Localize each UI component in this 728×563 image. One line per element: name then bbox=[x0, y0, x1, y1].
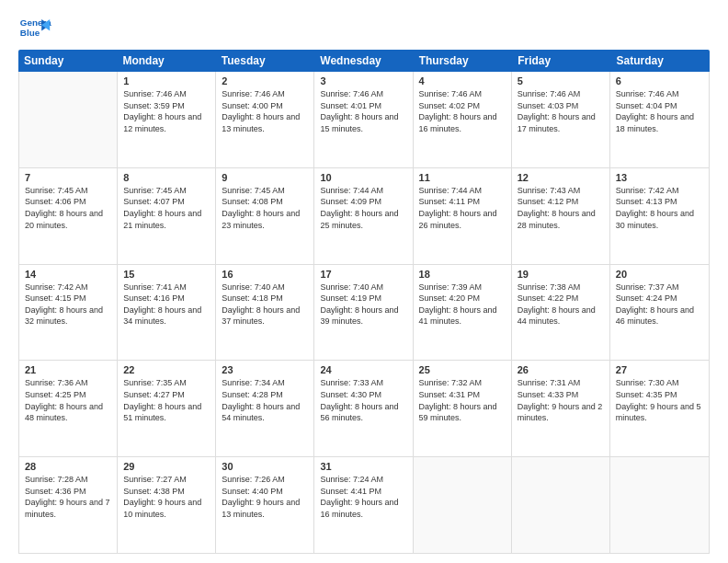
calendar-cell: 14Sunrise: 7:42 AMSunset: 4:15 PMDayligh… bbox=[19, 265, 118, 361]
calendar-cell bbox=[19, 72, 118, 167]
day-number: 25 bbox=[419, 364, 506, 375]
calendar-cell bbox=[610, 457, 709, 553]
calendar-cell: 27Sunrise: 7:30 AMSunset: 4:35 PMDayligh… bbox=[610, 361, 709, 456]
calendar-header: SundayMondayTuesdayWednesdayThursdayFrid… bbox=[18, 50, 710, 72]
cell-info: Sunrise: 7:46 AMSunset: 4:00 PMDaylight:… bbox=[222, 88, 308, 134]
calendar-page: General Blue SundayMondayTuesdayWednesda… bbox=[0, 0, 728, 563]
day-number: 24 bbox=[320, 364, 406, 375]
cell-info: Sunrise: 7:32 AMSunset: 4:31 PMDaylight:… bbox=[419, 377, 506, 423]
header: General Blue bbox=[18, 15, 710, 40]
day-number: 6 bbox=[616, 75, 703, 86]
day-number: 27 bbox=[616, 364, 703, 375]
cell-info: Sunrise: 7:41 AMSunset: 4:16 PMDaylight:… bbox=[123, 282, 210, 327]
calendar-body: 1Sunrise: 7:46 AMSunset: 3:59 PMDaylight… bbox=[18, 72, 710, 554]
cell-info: Sunrise: 7:44 AMSunset: 4:09 PMDaylight:… bbox=[320, 185, 406, 231]
day-number: 8 bbox=[123, 172, 210, 183]
weekday-header: Sunday bbox=[18, 50, 117, 72]
cell-info: Sunrise: 7:42 AMSunset: 4:15 PMDaylight:… bbox=[25, 282, 111, 327]
calendar-cell: 28Sunrise: 7:28 AMSunset: 4:36 PMDayligh… bbox=[19, 457, 118, 553]
logo-icon: General Blue bbox=[18, 15, 51, 40]
calendar-cell: 11Sunrise: 7:44 AMSunset: 4:11 PMDayligh… bbox=[414, 168, 512, 264]
cell-info: Sunrise: 7:45 AMSunset: 4:08 PMDaylight:… bbox=[222, 185, 308, 231]
day-number: 14 bbox=[25, 269, 111, 280]
day-number: 11 bbox=[419, 172, 506, 183]
calendar-cell: 5Sunrise: 7:46 AMSunset: 4:03 PMDaylight… bbox=[512, 72, 610, 167]
calendar-cell: 20Sunrise: 7:37 AMSunset: 4:24 PMDayligh… bbox=[610, 265, 709, 361]
cell-info: Sunrise: 7:46 AMSunset: 4:04 PMDaylight:… bbox=[616, 88, 703, 134]
cell-info: Sunrise: 7:28 AMSunset: 4:36 PMDaylight:… bbox=[25, 474, 111, 520]
calendar-cell: 7Sunrise: 7:45 AMSunset: 4:06 PMDaylight… bbox=[19, 168, 118, 264]
day-number: 21 bbox=[25, 364, 111, 375]
calendar: SundayMondayTuesdayWednesdayThursdayFrid… bbox=[18, 50, 710, 554]
calendar-cell: 16Sunrise: 7:40 AMSunset: 4:18 PMDayligh… bbox=[216, 265, 314, 361]
day-number: 20 bbox=[616, 269, 703, 280]
day-number: 29 bbox=[123, 461, 210, 472]
day-number: 30 bbox=[222, 461, 308, 472]
calendar-cell: 13Sunrise: 7:42 AMSunset: 4:13 PMDayligh… bbox=[610, 168, 709, 264]
weekday-header: Thursday bbox=[414, 50, 512, 72]
weekday-header: Wednesday bbox=[314, 50, 413, 72]
cell-info: Sunrise: 7:40 AMSunset: 4:18 PMDaylight:… bbox=[222, 282, 308, 327]
day-number: 2 bbox=[222, 75, 308, 86]
weekday-header: Friday bbox=[512, 50, 610, 72]
calendar-cell: 19Sunrise: 7:38 AMSunset: 4:22 PMDayligh… bbox=[512, 265, 610, 361]
cell-info: Sunrise: 7:42 AMSunset: 4:13 PMDaylight:… bbox=[616, 185, 703, 231]
cell-info: Sunrise: 7:39 AMSunset: 4:20 PMDaylight:… bbox=[419, 282, 506, 327]
calendar-cell: 17Sunrise: 7:40 AMSunset: 4:19 PMDayligh… bbox=[314, 265, 413, 361]
calendar-cell: 24Sunrise: 7:33 AMSunset: 4:30 PMDayligh… bbox=[314, 361, 413, 456]
cell-info: Sunrise: 7:31 AMSunset: 4:33 PMDaylight:… bbox=[518, 377, 604, 423]
day-number: 10 bbox=[320, 172, 406, 183]
calendar-cell: 4Sunrise: 7:46 AMSunset: 4:02 PMDaylight… bbox=[414, 72, 512, 167]
calendar-cell bbox=[414, 457, 512, 553]
cell-info: Sunrise: 7:24 AMSunset: 4:41 PMDaylight:… bbox=[320, 474, 406, 520]
cell-info: Sunrise: 7:45 AMSunset: 4:07 PMDaylight:… bbox=[123, 185, 210, 231]
cell-info: Sunrise: 7:33 AMSunset: 4:30 PMDaylight:… bbox=[320, 377, 406, 423]
weekday-header: Monday bbox=[117, 50, 215, 72]
day-number: 3 bbox=[320, 75, 406, 86]
cell-info: Sunrise: 7:46 AMSunset: 3:59 PMDaylight:… bbox=[123, 88, 210, 134]
day-number: 9 bbox=[222, 172, 308, 183]
cell-info: Sunrise: 7:27 AMSunset: 4:38 PMDaylight:… bbox=[123, 474, 210, 520]
calendar-cell: 30Sunrise: 7:26 AMSunset: 4:40 PMDayligh… bbox=[216, 457, 314, 553]
cell-info: Sunrise: 7:35 AMSunset: 4:27 PMDaylight:… bbox=[123, 377, 210, 423]
calendar-cell: 15Sunrise: 7:41 AMSunset: 4:16 PMDayligh… bbox=[118, 265, 216, 361]
weekday-header: Saturday bbox=[611, 50, 710, 72]
calendar-cell: 2Sunrise: 7:46 AMSunset: 4:00 PMDaylight… bbox=[216, 72, 314, 167]
day-number: 28 bbox=[25, 461, 111, 472]
day-number: 15 bbox=[123, 269, 210, 280]
day-number: 19 bbox=[518, 269, 604, 280]
day-number: 13 bbox=[616, 172, 703, 183]
day-number: 23 bbox=[222, 364, 308, 375]
cell-info: Sunrise: 7:34 AMSunset: 4:28 PMDaylight:… bbox=[222, 377, 308, 423]
day-number: 17 bbox=[320, 269, 406, 280]
calendar-cell: 6Sunrise: 7:46 AMSunset: 4:04 PMDaylight… bbox=[610, 72, 709, 167]
calendar-cell: 25Sunrise: 7:32 AMSunset: 4:31 PMDayligh… bbox=[414, 361, 512, 456]
calendar-cell: 22Sunrise: 7:35 AMSunset: 4:27 PMDayligh… bbox=[118, 361, 216, 456]
day-number: 22 bbox=[123, 364, 210, 375]
calendar-cell: 3Sunrise: 7:46 AMSunset: 4:01 PMDaylight… bbox=[314, 72, 413, 167]
calendar-cell: 8Sunrise: 7:45 AMSunset: 4:07 PMDaylight… bbox=[118, 168, 216, 264]
cell-info: Sunrise: 7:43 AMSunset: 4:12 PMDaylight:… bbox=[518, 185, 604, 231]
calendar-cell: 9Sunrise: 7:45 AMSunset: 4:08 PMDaylight… bbox=[216, 168, 314, 264]
cell-info: Sunrise: 7:46 AMSunset: 4:02 PMDaylight:… bbox=[419, 88, 506, 134]
cell-info: Sunrise: 7:45 AMSunset: 4:06 PMDaylight:… bbox=[25, 185, 111, 231]
calendar-week-row: 21Sunrise: 7:36 AMSunset: 4:25 PMDayligh… bbox=[19, 361, 709, 457]
day-number: 31 bbox=[320, 461, 406, 472]
calendar-cell: 31Sunrise: 7:24 AMSunset: 4:41 PMDayligh… bbox=[314, 457, 413, 553]
calendar-cell: 10Sunrise: 7:44 AMSunset: 4:09 PMDayligh… bbox=[314, 168, 413, 264]
logo: General Blue bbox=[18, 15, 57, 40]
calendar-cell: 12Sunrise: 7:43 AMSunset: 4:12 PMDayligh… bbox=[512, 168, 610, 264]
calendar-cell: 23Sunrise: 7:34 AMSunset: 4:28 PMDayligh… bbox=[216, 361, 314, 456]
calendar-cell: 29Sunrise: 7:27 AMSunset: 4:38 PMDayligh… bbox=[118, 457, 216, 553]
day-number: 26 bbox=[518, 364, 604, 375]
day-number: 1 bbox=[123, 75, 210, 86]
day-number: 5 bbox=[518, 75, 604, 86]
day-number: 18 bbox=[419, 269, 506, 280]
cell-info: Sunrise: 7:44 AMSunset: 4:11 PMDaylight:… bbox=[419, 185, 506, 231]
cell-info: Sunrise: 7:46 AMSunset: 4:03 PMDaylight:… bbox=[518, 88, 604, 134]
calendar-cell: 1Sunrise: 7:46 AMSunset: 3:59 PMDaylight… bbox=[118, 72, 216, 167]
cell-info: Sunrise: 7:30 AMSunset: 4:35 PMDaylight:… bbox=[616, 377, 703, 423]
calendar-cell: 18Sunrise: 7:39 AMSunset: 4:20 PMDayligh… bbox=[414, 265, 512, 361]
calendar-cell bbox=[512, 457, 610, 553]
cell-info: Sunrise: 7:26 AMSunset: 4:40 PMDaylight:… bbox=[222, 474, 308, 520]
